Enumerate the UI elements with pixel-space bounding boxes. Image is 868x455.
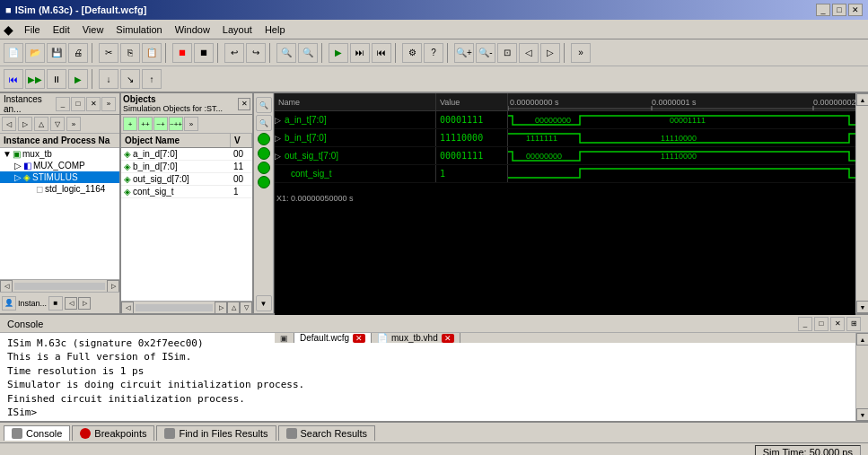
wave-vscroll-down-btn[interactable]: ▼ — [856, 301, 868, 313]
maximize-button[interactable]: □ — [832, 4, 846, 16]
console-title: Console — [7, 319, 43, 329]
tree-item-stimulus[interactable]: ▷ ◈ STIMULUS — [0, 171, 119, 183]
save-button[interactable]: 💾 — [47, 43, 66, 63]
obj-add-btn[interactable]: + — [123, 117, 137, 131]
cut-button[interactable]: ✂ — [99, 43, 118, 63]
hscroll-left-btn[interactable]: ◁ — [0, 280, 13, 293]
minimize-button[interactable]: _ — [816, 4, 830, 16]
tree-item-mux-comp[interactable]: ▷ ◧ MUX_COMP — [0, 160, 119, 171]
console-max-btn[interactable]: □ — [814, 317, 829, 331]
console-float-btn[interactable]: ⊞ — [846, 317, 861, 331]
zoom-in-button[interactable]: 🔍+ — [454, 43, 474, 63]
wave-marker3-btn[interactable] — [258, 162, 270, 174]
zoom-next-button[interactable]: ▷ — [540, 43, 560, 63]
instances-minimize-btn[interactable]: _ — [56, 97, 70, 111]
wave-row-1-graph: 1111111 11110000 — [508, 129, 855, 146]
wave-ruler-value: Value — [436, 93, 508, 110]
wave-marker2-btn[interactable] — [258, 147, 270, 160]
more-button[interactable]: » — [571, 43, 591, 63]
wave-more-arrow[interactable]: ▼ — [256, 295, 272, 311]
step-button[interactable]: ⏭ — [350, 43, 370, 63]
zoom-prev-button[interactable]: ◁ — [519, 43, 539, 63]
obj-more-btn[interactable]: » — [184, 117, 198, 131]
obj-hscroll-left[interactable]: ◁ — [121, 302, 134, 314]
inst-down-btn[interactable]: ▽ — [50, 117, 65, 131]
obj-add-wave-all-btn[interactable]: ~++ — [169, 117, 183, 131]
run-time-button[interactable]: ▶ — [68, 69, 88, 89]
instances-float-btn[interactable]: □ — [71, 97, 85, 111]
obj-add-all-btn[interactable]: ++ — [138, 117, 153, 131]
hscroll-right-btn[interactable]: ▷ — [107, 280, 119, 293]
open-button[interactable]: 📂 — [25, 43, 45, 63]
stop-button[interactable]: ⏹ — [194, 43, 214, 63]
menu-window[interactable]: Window — [170, 22, 215, 37]
bottom-tab-search-results[interactable]: Search Results — [278, 425, 376, 441]
obj-vscroll-up[interactable]: △ — [227, 302, 240, 314]
menu-file[interactable]: File — [19, 22, 46, 37]
wave-zoom-out-btn[interactable]: 🔍 — [256, 115, 272, 131]
console-min-btn[interactable]: _ — [798, 317, 812, 331]
instances-expand-btn[interactable]: » — [101, 97, 116, 111]
tree-item-mux-tb[interactable]: ▼ ▣ mux_tb — [0, 148, 119, 160]
wave-vscroll-up-btn[interactable]: ▲ — [856, 93, 868, 106]
wave-add-marker-btn[interactable] — [258, 133, 270, 145]
restart-button[interactable]: ⏮ — [4, 69, 23, 89]
find-button[interactable]: 🔍 — [276, 43, 296, 63]
obj-row-2[interactable]: ◈ out_sig_d[7:0] 00 — [121, 173, 252, 186]
run-all-button[interactable]: ▶▶ — [25, 69, 45, 89]
redo-button[interactable]: ↪ — [246, 43, 266, 63]
undo-button[interactable]: ↩ — [224, 43, 244, 63]
objects-close-btn[interactable]: ✕ — [238, 98, 250, 110]
menu-view[interactable]: View — [77, 22, 110, 37]
wave-val-2: 00001111 — [440, 151, 483, 161]
wave-zoom-in-btn[interactable]: 🔍 — [256, 97, 272, 113]
instances-close-btn[interactable]: ✕ — [86, 97, 101, 111]
copy-button[interactable]: ⎘ — [120, 43, 140, 63]
wave-marker4-btn[interactable] — [258, 176, 270, 188]
inst-more-btn[interactable]: » — [66, 117, 81, 131]
obj-hscroll-right[interactable]: ▷ — [215, 302, 227, 314]
obj-vscroll-down[interactable]: ▽ — [240, 302, 252, 314]
print-button[interactable]: 🖨 — [68, 43, 88, 63]
console-scroll-up[interactable]: ▲ — [856, 333, 868, 346]
step-into-button[interactable]: ↓ — [99, 69, 118, 89]
menu-help[interactable]: Help — [259, 22, 291, 37]
wave-val-0: 00001111 — [440, 115, 483, 125]
console-text-area[interactable]: ISim M.63c (signature 0x2f7eec00) This i… — [0, 333, 855, 421]
inst-footer-right[interactable]: ▷ — [78, 297, 91, 310]
menu-simulation[interactable]: Simulation — [110, 22, 167, 37]
inst-up-btn[interactable]: △ — [34, 117, 48, 131]
stop-red-button[interactable]: ⏹ — [172, 43, 192, 63]
step2-button[interactable]: ⏮ — [372, 43, 391, 63]
inst-footer-left[interactable]: ◁ — [65, 297, 77, 310]
bottom-tab-console[interactable]: Console — [4, 425, 70, 441]
console-close-btn[interactable]: ✕ — [830, 317, 845, 331]
obj-row-0[interactable]: ◈ a_in_d[7:0] 00 — [121, 148, 252, 161]
menu-layout[interactable]: Layout — [217, 22, 258, 37]
run-button[interactable]: ▶ — [329, 43, 348, 63]
console-scroll-down[interactable]: ▼ — [856, 408, 868, 421]
instances-hscroll[interactable]: ◁ ▷ — [0, 279, 119, 292]
pause-button[interactable]: ⏸ — [47, 69, 66, 89]
bottom-tab-find-in-files[interactable]: Find in Files Results — [156, 425, 276, 441]
instance-tree[interactable]: ▼ ▣ mux_tb ▷ ◧ MUX_COMP ▷ ◈ STIMULUS ◻ s… — [0, 148, 119, 279]
zoom-out-button[interactable]: 🔍- — [476, 43, 495, 63]
settings-button[interactable]: ⚙ — [402, 43, 422, 63]
search-button[interactable]: 🔍 — [298, 43, 318, 63]
obj-add-wave-btn[interactable]: ~+ — [153, 117, 168, 131]
tree-item-std-logic[interactable]: ◻ std_logic_1164 — [0, 183, 119, 195]
help-button[interactable]: ? — [424, 43, 443, 63]
step-out-button[interactable]: ↑ — [142, 69, 162, 89]
close-button[interactable]: ✕ — [848, 4, 863, 16]
paste-button[interactable]: 📋 — [142, 43, 162, 63]
step-over-button[interactable]: ↘ — [120, 69, 140, 89]
inst-back-btn[interactable]: ◁ — [2, 117, 16, 131]
obj-row-3[interactable]: ◈ cont_sig_t 1 — [121, 186, 252, 198]
inst-fwd-btn[interactable]: ▷ — [18, 117, 32, 131]
bottom-tab-breakpoints[interactable]: Breakpoints — [72, 425, 154, 441]
new-button[interactable]: 📄 — [4, 43, 23, 63]
inst-footer-btn1[interactable]: ■ — [48, 296, 63, 311]
zoom-fit-button[interactable]: ⊡ — [497, 43, 517, 63]
menu-edit[interactable]: Edit — [48, 22, 75, 37]
obj-row-1[interactable]: ◈ b_in_d[7:0] 11 — [121, 161, 252, 173]
